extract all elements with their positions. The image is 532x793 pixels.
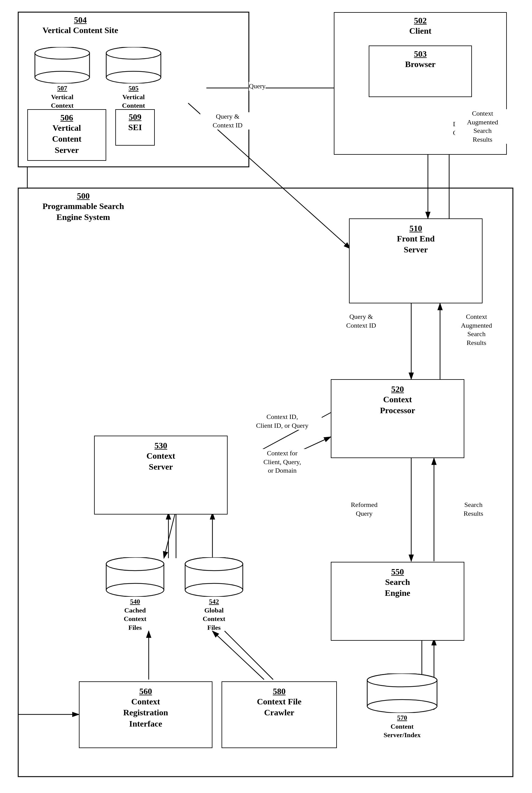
vertical-content-site-label: 504 Vertical Content Site bbox=[42, 15, 118, 36]
context-processor: 520 ContextProcessor bbox=[331, 379, 464, 458]
vertical-content-files: 505 VerticalContentFiles bbox=[103, 47, 164, 119]
svg-point-41 bbox=[185, 583, 243, 597]
context-id-label: Context ID,Client ID, or Query bbox=[243, 412, 322, 430]
context-for-client-label: Context forClient, Query,or Domain bbox=[243, 449, 322, 475]
programmable-search-label: 500 Programmable SearchEngine System bbox=[42, 191, 124, 223]
diagram-root: 504 Vertical Content Site 507 VerticalCo… bbox=[0, 0, 532, 793]
vertical-content-server: 506 VerticalContentServer bbox=[27, 109, 106, 161]
svg-point-33 bbox=[106, 71, 161, 83]
svg-point-45 bbox=[367, 700, 437, 713]
context-augmented-results-label-2: ContextAugmentedSearchResults bbox=[446, 312, 507, 347]
cached-context-files: 540 CachedContextFiles bbox=[103, 557, 167, 632]
svg-point-34 bbox=[106, 47, 161, 59]
context-augmented-results-label-1: ContextAugmentedSearchResults bbox=[455, 109, 510, 144]
browser: 503 Browser bbox=[369, 45, 472, 97]
svg-point-42 bbox=[185, 557, 243, 570]
global-context-files: 542 GlobalContextFiles bbox=[182, 557, 246, 632]
front-end-server: 510 Front EndServer bbox=[349, 218, 482, 303]
query-label: Query bbox=[249, 82, 266, 91]
svg-point-30 bbox=[35, 47, 90, 59]
query-context-id-label-1: Query &Context ID bbox=[200, 112, 255, 130]
context-file-crawler: 580 Context FileCrawler bbox=[222, 681, 337, 748]
svg-line-22 bbox=[212, 631, 264, 679]
content-server-index: 570 ContentServer/Index bbox=[364, 674, 440, 740]
query-context-id-label-2: Query &Context ID bbox=[331, 312, 392, 330]
svg-point-46 bbox=[367, 674, 437, 687]
svg-line-13 bbox=[164, 510, 176, 558]
context-server: 530 ContextServer bbox=[94, 436, 228, 515]
context-registration-interface: 560 ContextRegistrationInterface bbox=[79, 681, 212, 748]
reformed-query-label: ReformedQuery bbox=[331, 501, 398, 518]
svg-point-29 bbox=[35, 71, 90, 83]
sei: 509 SEI bbox=[115, 109, 155, 146]
svg-point-38 bbox=[106, 557, 164, 570]
svg-point-37 bbox=[106, 583, 164, 597]
svg-line-23 bbox=[225, 631, 273, 679]
vertical-context-files: 507 VerticalContextFiles bbox=[32, 47, 93, 119]
search-engine: 550 SearchEngine bbox=[331, 562, 464, 641]
search-results-label: SearchResults bbox=[446, 501, 501, 518]
